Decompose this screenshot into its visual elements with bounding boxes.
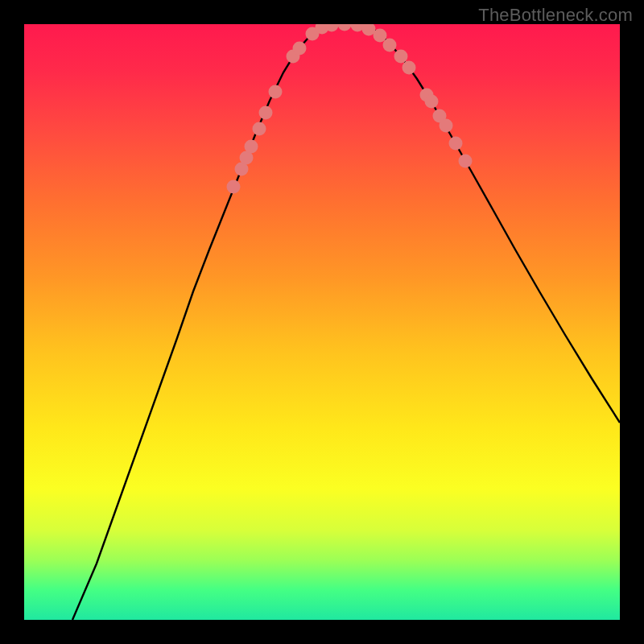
curve-marker — [293, 42, 307, 56]
curve-marker — [394, 50, 408, 64]
attribution-watermark: TheBottleneck.com — [478, 5, 633, 26]
plot-area — [24, 24, 620, 620]
curve-marker — [449, 137, 463, 151]
curve-marker — [259, 106, 273, 120]
curve-marker — [459, 155, 473, 168]
curve-line — [72, 24, 620, 620]
curve-marker — [402, 61, 416, 75]
curve-marker — [425, 95, 439, 109]
bottleneck-curve — [24, 24, 620, 620]
curve-marker — [440, 119, 453, 133]
chart-frame: TheBottleneck.com — [0, 0, 644, 644]
curve-marker — [383, 39, 397, 52]
curve-marker — [338, 24, 352, 31]
curve-marker — [253, 122, 266, 136]
curve-marker — [227, 180, 241, 194]
curve-marker — [245, 140, 258, 154]
curve-marker — [374, 29, 387, 43]
curve-marker — [269, 85, 283, 99]
